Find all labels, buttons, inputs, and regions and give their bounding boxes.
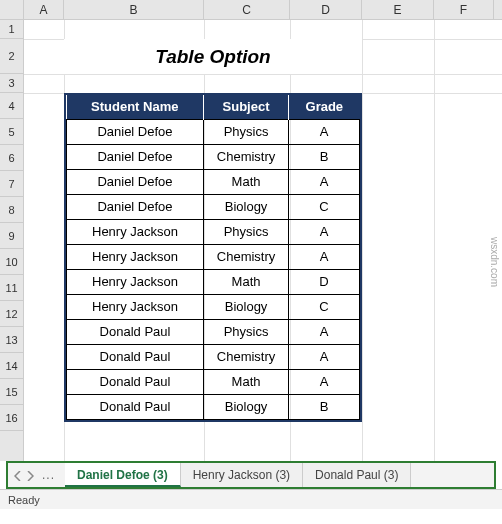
table-row: Henry JacksonChemistryA bbox=[67, 244, 360, 269]
cell-grade[interactable]: A bbox=[289, 219, 360, 244]
cell-subject[interactable]: Chemistry bbox=[203, 144, 288, 169]
table-row: Daniel DefoeChemistryB bbox=[67, 144, 360, 169]
row-header-1[interactable]: 1 bbox=[0, 20, 23, 39]
cell-subject[interactable]: Math bbox=[203, 269, 288, 294]
col-header-d[interactable]: D bbox=[290, 0, 362, 19]
tab-nav: ... bbox=[8, 468, 65, 482]
cell-student[interactable]: Henry Jackson bbox=[67, 294, 204, 319]
col-header-b[interactable]: B bbox=[64, 0, 204, 19]
row-header-6[interactable]: 6 bbox=[0, 145, 23, 171]
table-header-row: Student Name Subject Grade bbox=[67, 95, 360, 119]
cell-student[interactable]: Henry Jackson bbox=[67, 244, 204, 269]
row-header-4[interactable]: 4 bbox=[0, 93, 23, 119]
cell-student[interactable]: Daniel Defoe bbox=[67, 144, 204, 169]
cell-subject[interactable]: Chemistry bbox=[203, 344, 288, 369]
table-row: Donald PaulMathA bbox=[67, 369, 360, 394]
select-all-corner[interactable] bbox=[0, 0, 24, 19]
page-title: Table Option bbox=[64, 39, 362, 74]
row-header-8[interactable]: 8 bbox=[0, 197, 23, 223]
sheet-tab[interactable]: Donald Paul (3) bbox=[303, 463, 411, 487]
cell-subject[interactable]: Physics bbox=[203, 119, 288, 144]
sheet-tab[interactable]: Henry Jackson (3) bbox=[181, 463, 303, 487]
table-row: Donald PaulChemistryA bbox=[67, 344, 360, 369]
cell-subject[interactable]: Math bbox=[203, 369, 288, 394]
cell-grade[interactable]: A bbox=[289, 244, 360, 269]
sheet-tab-bar: ... Daniel Defoe (3)Henry Jackson (3)Don… bbox=[6, 461, 496, 489]
row-header-2[interactable]: 2 bbox=[0, 39, 23, 74]
row-header-7[interactable]: 7 bbox=[0, 171, 23, 197]
sheet-tab[interactable]: Daniel Defoe (3) bbox=[65, 463, 181, 487]
row-header-16[interactable]: 16 bbox=[0, 405, 23, 431]
cell-grade[interactable]: D bbox=[289, 269, 360, 294]
col-header-a[interactable]: A bbox=[24, 0, 64, 19]
tab-next-icon[interactable] bbox=[26, 470, 34, 480]
cell-grade[interactable]: B bbox=[289, 144, 360, 169]
table-row: Daniel DefoeMathA bbox=[67, 169, 360, 194]
row-header-10[interactable]: 10 bbox=[0, 249, 23, 275]
status-text: Ready bbox=[8, 494, 40, 506]
tab-overflow[interactable]: ... bbox=[38, 468, 59, 482]
cell-grade[interactable]: A bbox=[289, 169, 360, 194]
cell-grade[interactable]: A bbox=[289, 119, 360, 144]
cell-subject[interactable]: Physics bbox=[203, 219, 288, 244]
row-header-12[interactable]: 12 bbox=[0, 301, 23, 327]
col-header-c[interactable]: C bbox=[204, 0, 290, 19]
header-subject[interactable]: Subject bbox=[203, 95, 288, 119]
table-row: Daniel DefoePhysicsA bbox=[67, 119, 360, 144]
cell-student[interactable]: Daniel Defoe bbox=[67, 194, 204, 219]
table-row: Daniel DefoeBiologyC bbox=[67, 194, 360, 219]
cell-grade[interactable]: A bbox=[289, 369, 360, 394]
row-header-3[interactable]: 3 bbox=[0, 74, 23, 93]
column-headers: A B C D E F bbox=[0, 0, 502, 20]
cell-student[interactable]: Daniel Defoe bbox=[67, 119, 204, 144]
header-grade[interactable]: Grade bbox=[289, 95, 360, 119]
status-bar: Ready bbox=[0, 489, 502, 509]
table-row: Henry JacksonPhysicsA bbox=[67, 219, 360, 244]
header-student[interactable]: Student Name bbox=[67, 95, 204, 119]
row-header-13[interactable]: 13 bbox=[0, 327, 23, 353]
row-header-11[interactable]: 11 bbox=[0, 275, 23, 301]
cell-student[interactable]: Donald Paul bbox=[67, 394, 204, 419]
table-row: Henry JacksonMathD bbox=[67, 269, 360, 294]
table-row: Henry JacksonBiologyC bbox=[67, 294, 360, 319]
col-header-e[interactable]: E bbox=[362, 0, 434, 19]
cell-grade[interactable]: A bbox=[289, 344, 360, 369]
row-header-5[interactable]: 5 bbox=[0, 119, 23, 145]
table-row: Donald PaulBiologyB bbox=[67, 394, 360, 419]
worksheet-area[interactable]: Table Option Student Name Subject Grade … bbox=[24, 20, 502, 461]
cell-subject[interactable]: Biology bbox=[203, 294, 288, 319]
cell-student[interactable]: Henry Jackson bbox=[67, 219, 204, 244]
row-header-14[interactable]: 14 bbox=[0, 353, 23, 379]
col-header-f[interactable]: F bbox=[434, 0, 494, 19]
watermark: wsxdn.com bbox=[489, 237, 500, 287]
cell-subject[interactable]: Physics bbox=[203, 319, 288, 344]
tab-prev-icon[interactable] bbox=[14, 470, 22, 480]
cell-student[interactable]: Donald Paul bbox=[67, 319, 204, 344]
row-headers: 1 2 3 4 5 6 7 8 9 10 11 12 13 14 15 16 bbox=[0, 20, 24, 461]
cell-subject[interactable]: Biology bbox=[203, 194, 288, 219]
cell-grade[interactable]: C bbox=[289, 194, 360, 219]
cell-grade[interactable]: B bbox=[289, 394, 360, 419]
cell-subject[interactable]: Chemistry bbox=[203, 244, 288, 269]
cell-grade[interactable]: C bbox=[289, 294, 360, 319]
row-header-9[interactable]: 9 bbox=[0, 223, 23, 249]
cell-student[interactable]: Donald Paul bbox=[67, 369, 204, 394]
cell-subject[interactable]: Math bbox=[203, 169, 288, 194]
cell-subject[interactable]: Biology bbox=[203, 394, 288, 419]
data-table: Student Name Subject Grade Daniel DefoeP… bbox=[64, 93, 362, 422]
cell-student[interactable]: Daniel Defoe bbox=[67, 169, 204, 194]
cell-grade[interactable]: A bbox=[289, 319, 360, 344]
table-row: Donald PaulPhysicsA bbox=[67, 319, 360, 344]
row-header-15[interactable]: 15 bbox=[0, 379, 23, 405]
cell-student[interactable]: Donald Paul bbox=[67, 344, 204, 369]
cell-student[interactable]: Henry Jackson bbox=[67, 269, 204, 294]
